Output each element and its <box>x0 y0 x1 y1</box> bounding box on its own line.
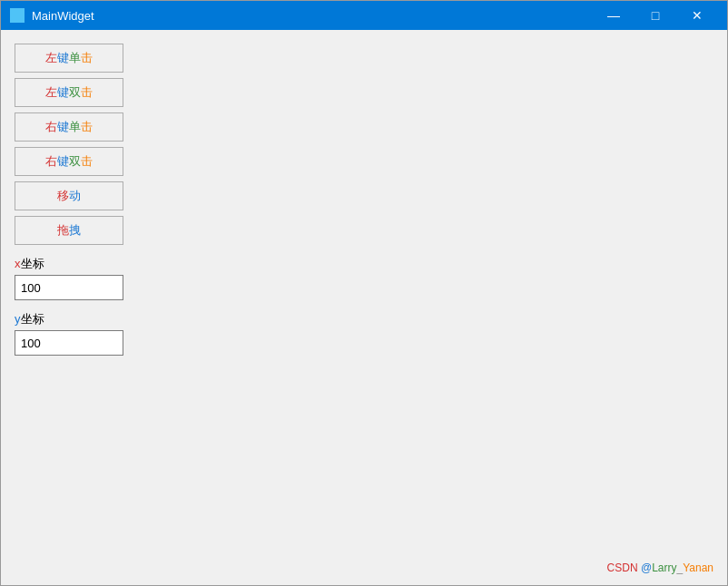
drag-label: 拖拽 <box>57 222 81 239</box>
y-input[interactable] <box>15 330 123 356</box>
app-icon <box>10 8 25 23</box>
drag-button[interactable]: 拖拽 <box>15 216 123 245</box>
x-field-group: x坐标 <box>15 256 713 300</box>
window-title: MainWidget <box>32 9 593 23</box>
left-single-click-button[interactable]: 左键单击 <box>15 44 123 73</box>
left-single-click-label: 左键单击 <box>45 50 93 66</box>
right-double-click-button[interactable]: 右键双击 <box>15 147 123 176</box>
right-double-click-label: 右键双击 <box>45 153 93 170</box>
x-label: x坐标 <box>15 256 713 272</box>
button-group: 左键单击 左键双击 右键单击 右键双击 移动 <box>15 44 133 245</box>
watermark: CSDN @Larry_Yanan <box>607 562 713 574</box>
titlebar: MainWidget — □ ✕ <box>1 1 727 30</box>
left-double-click-label: 左键双击 <box>45 84 93 101</box>
y-label: y坐标 <box>15 311 713 327</box>
maximize-button[interactable]: □ <box>635 1 676 30</box>
move-button[interactable]: 移动 <box>15 181 123 210</box>
minimize-button[interactable]: — <box>593 1 635 30</box>
content-area: 左键单击 左键双击 右键单击 右键双击 移动 <box>1 30 727 585</box>
close-button[interactable]: ✕ <box>676 1 718 30</box>
right-single-click-button[interactable]: 右键单击 <box>15 112 123 142</box>
y-field-group: y坐标 <box>15 311 713 356</box>
main-window: MainWidget — □ ✕ 左键单击 左键双击 右键单击 <box>0 0 728 586</box>
left-double-click-button[interactable]: 左键双击 <box>15 78 123 107</box>
window-controls: — □ ✕ <box>593 1 718 30</box>
move-label: 移动 <box>57 188 81 204</box>
x-input[interactable] <box>15 275 123 300</box>
right-single-click-label: 右键单击 <box>45 119 93 135</box>
